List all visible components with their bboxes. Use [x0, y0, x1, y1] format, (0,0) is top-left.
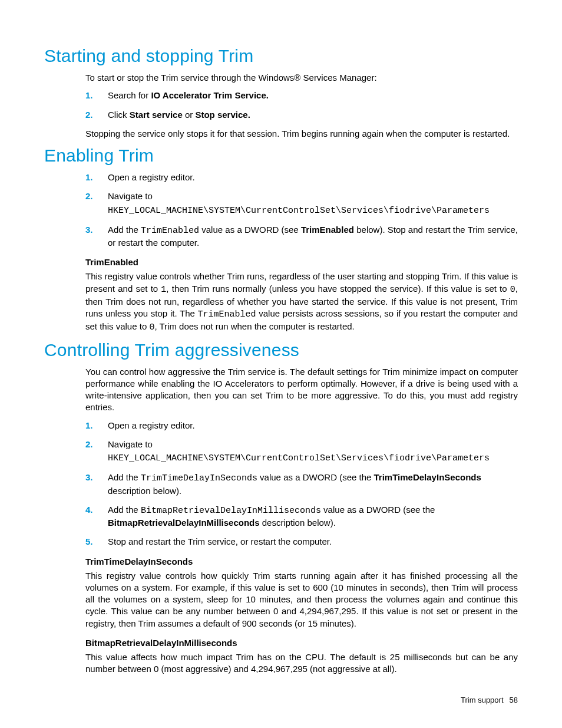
section3-step2: Navigate to HKEY_LOCAL_MACHINE\SYSTEM\Cu… [85, 439, 518, 465]
trimenabled-paragraph: This registry value controls whether Tri… [85, 271, 518, 334]
section3-step1: Open a registry editor. [85, 420, 518, 431]
section1-intro: To start or stop the Trim service throug… [85, 72, 518, 84]
section3-intro: You can control how aggressive the Trim … [85, 366, 518, 414]
section3-step5: Stop and restart the Trim service, or re… [85, 536, 518, 548]
page-number: 58 [510, 696, 518, 704]
section1-step2: Click Start service or Stop service. [85, 109, 518, 121]
subhead-trimenabled: TrimEnabled [85, 257, 518, 267]
trimtimedelay-paragraph: This registry value controls how quickly… [85, 570, 518, 630]
step-text: Add the [108, 505, 141, 515]
step-mono: TrimTimeDelayInSeconds [141, 473, 257, 483]
para-text: , Trim does not run when the computer is… [154, 321, 354, 331]
step-bold: IO Accelerator Trim Service. [151, 90, 269, 100]
heading-controlling-trim-aggressiveness: Controlling Trim aggressiveness [44, 340, 518, 360]
step-text: Navigate to [108, 191, 153, 201]
section2-step1: Open a registry editor. [85, 172, 518, 183]
section2-step3: Add the TrimEnabled value as a DWORD (se… [85, 224, 518, 249]
step-text: Add the [108, 225, 141, 235]
step-bold: Start service [130, 110, 183, 120]
section2-body: Open a registry editor. Navigate to HKEY… [85, 172, 518, 334]
step-bold: Stop service. [195, 110, 250, 120]
section3-step4: Add the BitmapRetrievalDelayInMillisecon… [85, 504, 518, 529]
registry-path: HKEY_LOCAL_MACHINE\SYSTEM\CurrentControl… [108, 453, 518, 465]
step-mono: BitmapRetrievalDelayInMilliseconds [141, 506, 321, 516]
step-text: description below). [108, 486, 181, 496]
section3-step3: Add the TrimTimeDelayInSeconds value as … [85, 472, 518, 497]
para-mono: 0 [510, 285, 515, 295]
section1-steps: Search for IO Accelerator Trim Service. … [85, 90, 518, 121]
step-bold: TrimEnabled [301, 225, 354, 235]
subhead-bitmapretrievaldelay: BitmapRetrievalDelayInMilliseconds [85, 638, 518, 648]
section3-steps: Open a registry editor. Navigate to HKEY… [85, 420, 518, 548]
document-page: Starting and stopping Trim To start or s… [0, 0, 562, 728]
step-text: or [183, 110, 196, 120]
heading-enabling-trim: Enabling Trim [44, 146, 518, 166]
step-text: value as a DWORD (see [199, 225, 301, 235]
section2-step2: Navigate to HKEY_LOCAL_MACHINE\SYSTEM\Cu… [85, 190, 518, 217]
step-text: Search for [108, 90, 151, 100]
para-text: , then Trim runs normally (unless you ha… [166, 284, 510, 294]
para-mono: 1 [161, 285, 166, 295]
step-text: value as a DWORD (see the [321, 505, 435, 515]
step-text: description below). [260, 518, 336, 528]
section2-steps: Open a registry editor. Navigate to HKEY… [85, 172, 518, 249]
page-footer: Trim support58 [461, 696, 518, 704]
step-mono: TrimEnabled [141, 226, 199, 236]
step-bold: TrimTimeDelayInSeconds [374, 472, 481, 482]
section1-step1: Search for IO Accelerator Trim Service. [85, 90, 518, 101]
heading-starting-stopping-trim: Starting and stopping Trim [44, 46, 518, 66]
step-text: Add the [108, 472, 141, 482]
footer-label: Trim support [461, 696, 503, 704]
section3-body: You can control how aggressive the Trim … [85, 366, 518, 676]
step-text: Navigate to [108, 439, 153, 449]
subhead-trimtimedelay: TrimTimeDelayInSeconds [85, 556, 518, 566]
section1-body: To start or stop the Trim service throug… [85, 72, 518, 140]
step-text: value as a DWORD (see the [257, 472, 374, 482]
section1-outro: Stopping the service only stops it for t… [85, 128, 518, 140]
registry-path: HKEY_LOCAL_MACHINE\SYSTEM\CurrentControl… [108, 205, 518, 217]
bitmapretrievaldelay-paragraph: This value affects how much impact Trim … [85, 651, 518, 676]
step-text: Click [108, 110, 130, 120]
step-bold: BitmapRetrievalDelayInMilliseconds [108, 518, 260, 528]
para-mono: TrimEnabled [198, 309, 256, 319]
